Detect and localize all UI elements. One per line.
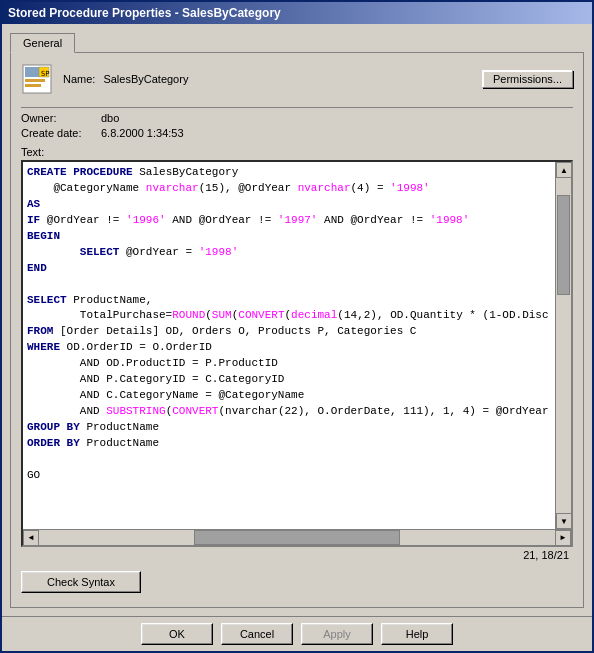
name-value: SalesByCategory (103, 73, 482, 85)
svg-rect-3 (25, 84, 41, 87)
main-window: Stored Procedure Properties - SalesByCat… (0, 0, 594, 653)
scroll-right-button[interactable]: ► (555, 530, 571, 546)
scroll-thumb[interactable] (557, 195, 570, 296)
scroll-track (556, 178, 571, 513)
h-scroll-track (39, 530, 555, 545)
create-date-row: Create date: 6.8.2000 1:34:53 (21, 127, 573, 139)
sp-icon-svg: SP (21, 63, 53, 95)
svg-rect-1 (25, 67, 39, 77)
permissions-button[interactable]: Permissions... (482, 70, 573, 88)
check-syntax-area: Check Syntax (21, 571, 573, 593)
create-date-value: 6.8.2000 1:34:53 (101, 127, 184, 139)
status-text: 21, 18/21 (523, 549, 569, 561)
divider-1 (21, 107, 573, 108)
scroll-down-button[interactable]: ▼ (556, 513, 571, 529)
owner-label: Owner: (21, 112, 101, 124)
tab-general[interactable]: General (10, 33, 75, 53)
code-scroll-area: CREATE PROCEDURE SalesByCategory @Catego… (23, 162, 571, 529)
svg-rect-2 (25, 79, 45, 82)
check-syntax-button[interactable]: Check Syntax (21, 571, 141, 593)
window-body: General SP Name: S (2, 24, 592, 616)
help-button[interactable]: Help (381, 623, 453, 645)
vertical-scrollbar: ▲ ▼ (555, 162, 571, 529)
name-row: SP Name: SalesByCategory Permissions... (21, 63, 573, 95)
owner-value: dbo (101, 112, 119, 124)
code-editor[interactable]: CREATE PROCEDURE SalesByCategory @Catego… (23, 162, 555, 529)
owner-row: Owner: dbo (21, 112, 573, 124)
ok-button[interactable]: OK (141, 623, 213, 645)
horizontal-scrollbar: ◄ ► (23, 529, 571, 545)
svg-text:SP: SP (41, 70, 49, 78)
scroll-up-button[interactable]: ▲ (556, 162, 571, 178)
bottom-bar: OK Cancel Apply Help (2, 616, 592, 651)
cancel-button[interactable]: Cancel (221, 623, 293, 645)
tab-strip: General (10, 32, 584, 52)
title-bar: Stored Procedure Properties - SalesByCat… (2, 2, 592, 24)
h-scroll-thumb[interactable] (194, 530, 400, 545)
name-label: Name: (63, 73, 95, 85)
apply-button[interactable]: Apply (301, 623, 373, 645)
sp-icon: SP (21, 63, 53, 95)
status-row: 21, 18/21 (21, 547, 573, 563)
tab-content-general: SP Name: SalesByCategory Permissions... … (10, 52, 584, 608)
scroll-left-button[interactable]: ◄ (23, 530, 39, 546)
title-bar-text: Stored Procedure Properties - SalesByCat… (8, 6, 281, 20)
text-label: Text: (21, 146, 573, 158)
code-container: CREATE PROCEDURE SalesByCategory @Catego… (21, 160, 573, 547)
create-date-label: Create date: (21, 127, 101, 139)
